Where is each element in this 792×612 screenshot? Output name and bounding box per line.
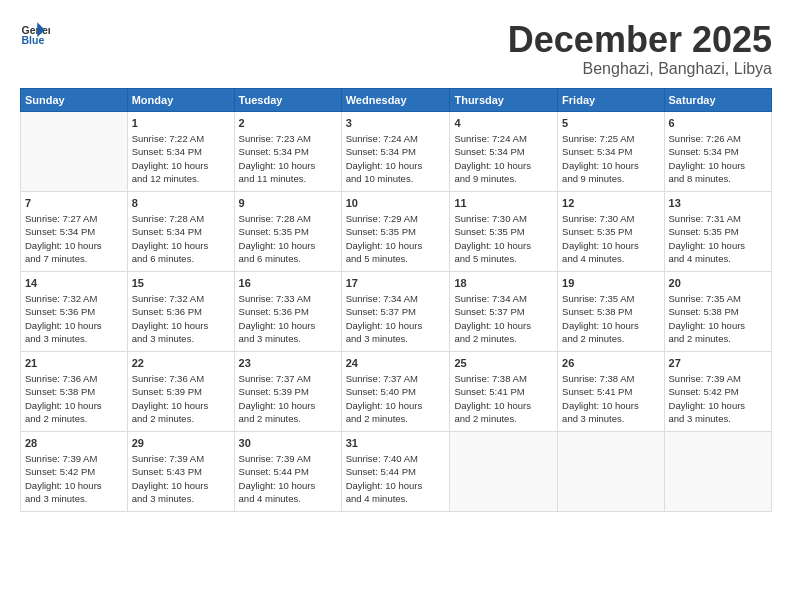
day-info: Sunrise: 7:33 AM: [239, 292, 337, 305]
day-info: Sunset: 5:34 PM: [239, 145, 337, 158]
calendar-cell: [450, 431, 558, 511]
calendar-cell: 12Sunrise: 7:30 AMSunset: 5:35 PMDayligh…: [558, 191, 664, 271]
day-info: Daylight: 10 hours: [346, 159, 446, 172]
day-number: 2: [239, 116, 337, 131]
day-number: 8: [132, 196, 230, 211]
calendar-cell: 22Sunrise: 7:36 AMSunset: 5:39 PMDayligh…: [127, 351, 234, 431]
day-info: Daylight: 10 hours: [239, 399, 337, 412]
page-header: General Blue December 2025 Benghazi, Ban…: [20, 20, 772, 78]
day-number: 9: [239, 196, 337, 211]
day-info: Sunset: 5:38 PM: [25, 385, 123, 398]
day-info: Daylight: 10 hours: [454, 399, 553, 412]
day-info: Sunrise: 7:26 AM: [669, 132, 767, 145]
calendar-header-saturday: Saturday: [664, 88, 771, 111]
day-info: Sunrise: 7:39 AM: [132, 452, 230, 465]
day-number: 7: [25, 196, 123, 211]
day-info: and 4 minutes.: [346, 492, 446, 505]
day-info: and 9 minutes.: [454, 172, 553, 185]
calendar-cell: 30Sunrise: 7:39 AMSunset: 5:44 PMDayligh…: [234, 431, 341, 511]
calendar-header-tuesday: Tuesday: [234, 88, 341, 111]
calendar-cell: 2Sunrise: 7:23 AMSunset: 5:34 PMDaylight…: [234, 111, 341, 191]
day-number: 23: [239, 356, 337, 371]
day-info: Sunrise: 7:36 AM: [25, 372, 123, 385]
calendar-cell: [664, 431, 771, 511]
day-info: Sunset: 5:35 PM: [239, 225, 337, 238]
day-info: and 4 minutes.: [562, 252, 659, 265]
day-info: Daylight: 10 hours: [25, 319, 123, 332]
calendar-cell: 4Sunrise: 7:24 AMSunset: 5:34 PMDaylight…: [450, 111, 558, 191]
day-info: Sunrise: 7:32 AM: [25, 292, 123, 305]
day-number: 19: [562, 276, 659, 291]
day-info: Sunset: 5:35 PM: [669, 225, 767, 238]
calendar-cell: 16Sunrise: 7:33 AMSunset: 5:36 PMDayligh…: [234, 271, 341, 351]
day-info: Sunrise: 7:32 AM: [132, 292, 230, 305]
day-info: Sunrise: 7:39 AM: [239, 452, 337, 465]
calendar-cell: 20Sunrise: 7:35 AMSunset: 5:38 PMDayligh…: [664, 271, 771, 351]
day-info: Daylight: 10 hours: [562, 399, 659, 412]
calendar-cell: 7Sunrise: 7:27 AMSunset: 5:34 PMDaylight…: [21, 191, 128, 271]
day-info: and 12 minutes.: [132, 172, 230, 185]
day-info: and 10 minutes.: [346, 172, 446, 185]
day-info: Sunrise: 7:28 AM: [239, 212, 337, 225]
day-info: Daylight: 10 hours: [669, 239, 767, 252]
day-info: Sunset: 5:36 PM: [132, 305, 230, 318]
day-info: Sunrise: 7:35 AM: [669, 292, 767, 305]
day-info: Sunset: 5:38 PM: [562, 305, 659, 318]
calendar-header-sunday: Sunday: [21, 88, 128, 111]
day-number: 18: [454, 276, 553, 291]
day-info: Sunrise: 7:25 AM: [562, 132, 659, 145]
day-number: 11: [454, 196, 553, 211]
day-info: and 3 minutes.: [25, 332, 123, 345]
calendar-cell: 9Sunrise: 7:28 AMSunset: 5:35 PMDaylight…: [234, 191, 341, 271]
calendar-header-row: SundayMondayTuesdayWednesdayThursdayFrid…: [21, 88, 772, 111]
day-info: Daylight: 10 hours: [454, 159, 553, 172]
day-info: and 7 minutes.: [25, 252, 123, 265]
day-info: Sunrise: 7:39 AM: [25, 452, 123, 465]
day-info: Daylight: 10 hours: [454, 239, 553, 252]
day-info: Daylight: 10 hours: [239, 319, 337, 332]
logo: General Blue: [20, 20, 50, 50]
day-info: Sunrise: 7:27 AM: [25, 212, 123, 225]
day-number: 31: [346, 436, 446, 451]
day-info: Sunset: 5:39 PM: [239, 385, 337, 398]
day-info: and 2 minutes.: [132, 412, 230, 425]
calendar-cell: 10Sunrise: 7:29 AMSunset: 5:35 PMDayligh…: [341, 191, 450, 271]
day-info: and 2 minutes.: [562, 332, 659, 345]
day-info: Sunrise: 7:24 AM: [454, 132, 553, 145]
calendar-week-row: 28Sunrise: 7:39 AMSunset: 5:42 PMDayligh…: [21, 431, 772, 511]
day-info: Daylight: 10 hours: [346, 239, 446, 252]
calendar-cell: 26Sunrise: 7:38 AMSunset: 5:41 PMDayligh…: [558, 351, 664, 431]
calendar-cell: 13Sunrise: 7:31 AMSunset: 5:35 PMDayligh…: [664, 191, 771, 271]
day-info: Daylight: 10 hours: [454, 319, 553, 332]
day-info: Sunset: 5:35 PM: [562, 225, 659, 238]
day-info: and 6 minutes.: [132, 252, 230, 265]
day-info: Sunset: 5:34 PM: [669, 145, 767, 158]
calendar-week-row: 14Sunrise: 7:32 AMSunset: 5:36 PMDayligh…: [21, 271, 772, 351]
calendar-cell: 11Sunrise: 7:30 AMSunset: 5:35 PMDayligh…: [450, 191, 558, 271]
day-info: Sunset: 5:43 PM: [132, 465, 230, 478]
day-info: and 3 minutes.: [346, 332, 446, 345]
calendar-week-row: 7Sunrise: 7:27 AMSunset: 5:34 PMDaylight…: [21, 191, 772, 271]
calendar-cell: 21Sunrise: 7:36 AMSunset: 5:38 PMDayligh…: [21, 351, 128, 431]
day-number: 20: [669, 276, 767, 291]
day-info: Daylight: 10 hours: [132, 399, 230, 412]
day-info: Daylight: 10 hours: [346, 479, 446, 492]
day-number: 22: [132, 356, 230, 371]
day-info: Daylight: 10 hours: [25, 479, 123, 492]
day-info: Sunset: 5:41 PM: [454, 385, 553, 398]
day-number: 3: [346, 116, 446, 131]
day-info: Sunset: 5:44 PM: [239, 465, 337, 478]
calendar-cell: 25Sunrise: 7:38 AMSunset: 5:41 PMDayligh…: [450, 351, 558, 431]
day-info: Daylight: 10 hours: [562, 159, 659, 172]
calendar-table: SundayMondayTuesdayWednesdayThursdayFrid…: [20, 88, 772, 512]
day-info: Daylight: 10 hours: [562, 239, 659, 252]
calendar-cell: 3Sunrise: 7:24 AMSunset: 5:34 PMDaylight…: [341, 111, 450, 191]
day-info: Sunrise: 7:29 AM: [346, 212, 446, 225]
day-info: and 2 minutes.: [239, 412, 337, 425]
day-info: and 4 minutes.: [239, 492, 337, 505]
day-info: Sunrise: 7:34 AM: [346, 292, 446, 305]
calendar-header-monday: Monday: [127, 88, 234, 111]
day-info: and 2 minutes.: [346, 412, 446, 425]
day-info: and 3 minutes.: [132, 332, 230, 345]
day-number: 4: [454, 116, 553, 131]
